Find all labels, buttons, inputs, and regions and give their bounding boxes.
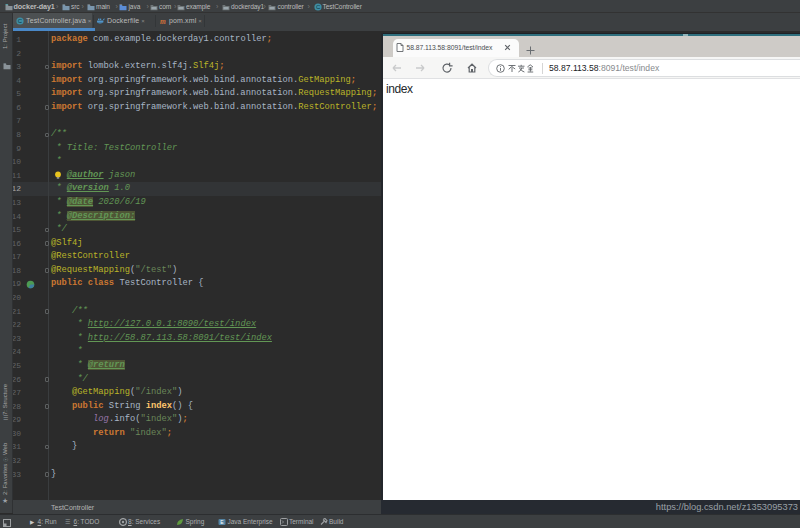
svg-text:C: C (18, 18, 23, 24)
svg-text:m: m (160, 17, 166, 25)
